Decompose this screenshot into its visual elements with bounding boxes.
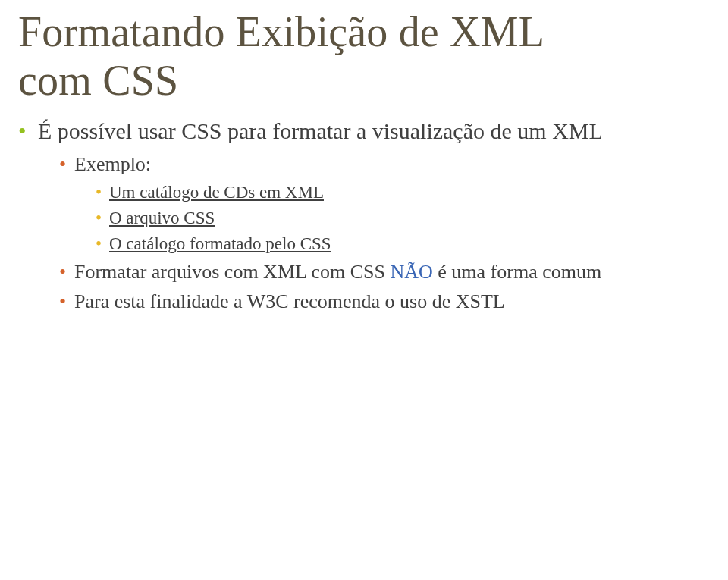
bullet-1-sub-2: Formatar arquivos com XML com CSS NÃO é … bbox=[59, 259, 710, 285]
link-css-file[interactable]: O arquivo CSS bbox=[109, 208, 215, 227]
link-catalog-formatted[interactable]: O catálogo formatado pelo CSS bbox=[109, 234, 331, 253]
example-item-1: Um catálogo de CDs em XML bbox=[96, 180, 710, 204]
bullet-1-sub-3-text: Para esta finalidade a W3C recomenda o u… bbox=[74, 290, 505, 312]
bullet-1-sublist: Exemplo: Um catálogo de CDs em XML O arq… bbox=[38, 151, 710, 315]
bullet-item-1: É possível usar CSS para formatar a visu… bbox=[18, 116, 710, 315]
slide-title: Formatando Exibição de XML com CSS bbox=[18, 8, 710, 105]
example-item-2: O arquivo CSS bbox=[96, 206, 710, 230]
slide: Formatando Exibição de XML com CSS É pos… bbox=[0, 0, 728, 580]
bullet-list: É possível usar CSS para formatar a visu… bbox=[18, 116, 710, 315]
example-list: Um catálogo de CDs em XML O arquivo CSS … bbox=[74, 180, 710, 256]
title-line-1: Formatando Exibição de XML bbox=[18, 8, 544, 55]
example-label: Exemplo: bbox=[74, 153, 151, 175]
bullet-1-sub-3: Para esta finalidade a W3C recomenda o u… bbox=[59, 288, 710, 315]
link-catalog-xml[interactable]: Um catálogo de CDs em XML bbox=[109, 183, 324, 202]
title-line-2: com CSS bbox=[18, 57, 178, 104]
bullet-1-text: É possível usar CSS para formatar a visu… bbox=[38, 118, 603, 143]
bullet-1-sub-2-emph: NÃO bbox=[390, 261, 432, 283]
bullet-1-sub-1: Exemplo: Um catálogo de CDs em XML O arq… bbox=[59, 151, 710, 256]
example-item-3: O catálogo formatado pelo CSS bbox=[96, 232, 710, 256]
bullet-1-sub-2-prefix: Formatar arquivos com XML com CSS bbox=[74, 261, 390, 283]
bullet-1-sub-2-suffix: é uma forma comum bbox=[433, 261, 601, 283]
